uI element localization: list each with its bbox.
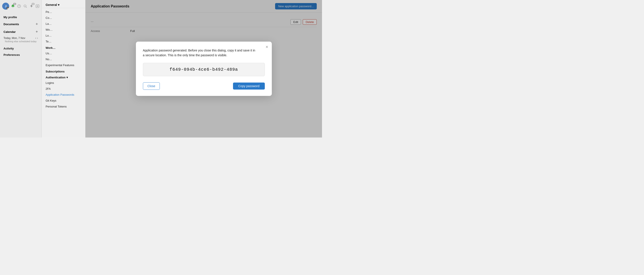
subscriptions-header: Subscriptions [42, 68, 85, 74]
middle-item-personal-tokens[interactable]: Personal Tokens [42, 104, 85, 109]
notification-icon[interactable]: 5 [11, 4, 15, 8]
sidebar-item-preferences[interactable]: Preferences [0, 52, 42, 58]
modal-actions: Close Copy password [143, 82, 265, 90]
middle-item-2fa[interactable]: 2FA [42, 86, 85, 92]
middle-item-co[interactable]: Co… [42, 15, 85, 21]
calendar-date: Today, Mon, 7 Nov [4, 36, 25, 40]
middle-item-te[interactable]: Te… [42, 38, 85, 44]
work-section-header: Work… [42, 44, 85, 50]
middle-item-git-keys[interactable]: Git Keys [42, 98, 85, 104]
lightning-badge: 5 [32, 3, 35, 5]
sidebar-item-my-profile[interactable]: My profile [0, 14, 42, 20]
svg-text:?: ? [18, 5, 20, 7]
auth-chevron: ▾ [66, 76, 68, 79]
sidebar-item-calendar[interactable]: Calendar + [0, 28, 42, 36]
search-icon[interactable] [23, 4, 27, 8]
sidebar-item-activity[interactable]: Activity [0, 45, 42, 52]
svg-point-2 [24, 5, 26, 7]
middle-item-no[interactable]: No… [42, 56, 85, 62]
close-modal-button[interactable]: Close [143, 82, 160, 90]
middle-item-us[interactable]: Us… [42, 50, 85, 56]
calendar-arrows: ‹ › [35, 36, 38, 40]
sidebar-item-documents[interactable]: Documents + [0, 20, 42, 28]
modal-overlay: × Application password generated. Before… [86, 0, 322, 137]
avatar[interactable]: J M [2, 3, 9, 10]
calendar-nav: Today, Mon, 7 Nov ‹ › Nothing else sched… [0, 36, 42, 43]
general-chevron: ▾ [58, 3, 60, 6]
auth-section-header: Authentication ▾ [42, 74, 85, 80]
middle-item-wo[interactable]: Wo… [42, 27, 85, 33]
middle-panel: General ▾ Pe… Co… La… Wo… Lo… Te… Work… … [42, 0, 86, 137]
svg-line-3 [26, 7, 27, 8]
middle-item-logins[interactable]: Logins [42, 80, 85, 86]
calendar-nothing-label: Nothing else scheduled today [4, 40, 38, 43]
password-display: f649-094b-4ce6-b492-489a [143, 63, 265, 76]
middle-item-lo[interactable]: Lo… [42, 33, 85, 38]
add-icon[interactable] [36, 4, 40, 8]
sidebar-nav: My profile Documents + Calendar + Today,… [0, 12, 42, 137]
modal-description: Application password generated. Before y… [143, 48, 257, 58]
modal-close-button[interactable]: × [266, 45, 268, 49]
sidebar-header: J M 5 ? [0, 0, 42, 12]
help-icon[interactable]: ? [17, 4, 21, 8]
calendar-prev[interactable]: ‹ [35, 36, 36, 40]
password-modal: × Application password generated. Before… [136, 42, 272, 96]
copy-password-button[interactable]: Copy password [233, 82, 265, 90]
general-section-header: General ▾ [42, 2, 85, 8]
lightning-icon[interactable]: 5 [29, 4, 33, 8]
sidebar: J M 5 ? [0, 0, 42, 137]
middle-item-app-passwords[interactable]: Application Passwords [42, 92, 85, 98]
main-content: Application Passwords New application pa… [86, 0, 322, 137]
middle-item-la[interactable]: La… [42, 21, 85, 27]
notification-count: 5 [13, 3, 16, 5]
header-icons: 5 ? 5 [11, 4, 40, 8]
avatar-m-badge: M [6, 7, 9, 10]
middle-item-experimental[interactable]: Experimental Features [42, 62, 85, 68]
middle-item-pe[interactable]: Pe… [42, 9, 85, 15]
calendar-next[interactable]: › [37, 36, 38, 40]
